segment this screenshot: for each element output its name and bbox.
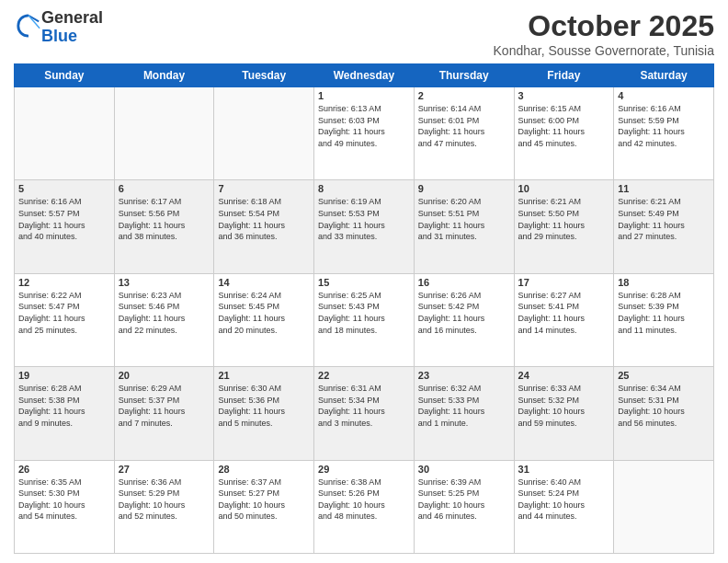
day-number: 24 <box>518 370 610 381</box>
month-title: October 2025 <box>494 9 714 43</box>
day-number: 17 <box>518 277 610 288</box>
day-info: Sunrise: 6:19 AM Sunset: 5:53 PM Dayligh… <box>318 196 410 242</box>
calendar-week-4: 19Sunrise: 6:28 AM Sunset: 5:38 PM Dayli… <box>15 367 714 460</box>
day-number: 30 <box>418 464 510 475</box>
day-number: 25 <box>618 370 710 381</box>
day-number: 15 <box>318 277 410 288</box>
day-info: Sunrise: 6:26 AM Sunset: 5:42 PM Dayligh… <box>418 290 510 336</box>
calendar-day: 11Sunrise: 6:21 AM Sunset: 5:49 PM Dayli… <box>614 180 714 273</box>
day-number: 6 <box>119 183 210 194</box>
day-info: Sunrise: 6:22 AM Sunset: 5:47 PM Dayligh… <box>18 290 110 336</box>
calendar-day: 7Sunrise: 6:18 AM Sunset: 5:54 PM Daylig… <box>214 180 314 273</box>
day-info: Sunrise: 6:38 AM Sunset: 5:26 PM Dayligh… <box>318 477 410 523</box>
day-number: 20 <box>119 370 210 381</box>
day-info: Sunrise: 6:23 AM Sunset: 5:46 PM Dayligh… <box>119 290 210 336</box>
calendar-day: 10Sunrise: 6:21 AM Sunset: 5:50 PM Dayli… <box>514 180 614 273</box>
day-number: 28 <box>218 464 310 475</box>
calendar-day: 6Sunrise: 6:17 AM Sunset: 5:56 PM Daylig… <box>114 180 214 273</box>
calendar-day: 28Sunrise: 6:37 AM Sunset: 5:27 PM Dayli… <box>214 460 314 553</box>
day-number: 22 <box>318 370 410 381</box>
day-number: 19 <box>18 370 110 381</box>
day-number: 3 <box>518 90 610 101</box>
day-header-sunday: Sunday <box>15 64 115 87</box>
calendar-day: 22Sunrise: 6:31 AM Sunset: 5:34 PM Dayli… <box>314 367 415 460</box>
calendar-day <box>614 460 714 553</box>
calendar-day: 14Sunrise: 6:24 AM Sunset: 5:45 PM Dayli… <box>214 273 314 366</box>
calendar-table: SundayMondayTuesdayWednesdayThursdayFrid… <box>14 63 714 554</box>
calendar-day: 4Sunrise: 6:16 AM Sunset: 5:59 PM Daylig… <box>614 87 714 180</box>
day-info: Sunrise: 6:24 AM Sunset: 5:45 PM Dayligh… <box>218 290 310 336</box>
day-info: Sunrise: 6:21 AM Sunset: 5:50 PM Dayligh… <box>518 196 610 242</box>
day-number: 4 <box>618 90 710 101</box>
day-number: 18 <box>618 277 710 288</box>
calendar-page: General Blue October 2025 Kondhar, Souss… <box>0 0 728 563</box>
day-info: Sunrise: 6:27 AM Sunset: 5:41 PM Dayligh… <box>518 290 610 336</box>
day-info: Sunrise: 6:29 AM Sunset: 5:37 PM Dayligh… <box>119 383 210 429</box>
calendar-day: 5Sunrise: 6:16 AM Sunset: 5:57 PM Daylig… <box>15 180 115 273</box>
calendar-day: 17Sunrise: 6:27 AM Sunset: 5:41 PM Dayli… <box>514 273 614 366</box>
calendar-day: 19Sunrise: 6:28 AM Sunset: 5:38 PM Dayli… <box>15 367 115 460</box>
day-number: 23 <box>418 370 510 381</box>
day-info: Sunrise: 6:28 AM Sunset: 5:38 PM Dayligh… <box>18 383 110 429</box>
day-info: Sunrise: 6:20 AM Sunset: 5:51 PM Dayligh… <box>418 196 510 242</box>
day-number: 21 <box>218 370 310 381</box>
logo-icon <box>16 13 41 39</box>
day-info: Sunrise: 6:17 AM Sunset: 5:56 PM Dayligh… <box>119 196 210 242</box>
logo: General Blue <box>14 9 103 46</box>
day-number: 10 <box>518 183 610 194</box>
day-header-friday: Friday <box>514 64 614 87</box>
day-number: 14 <box>218 277 310 288</box>
day-info: Sunrise: 6:40 AM Sunset: 5:24 PM Dayligh… <box>518 477 610 523</box>
day-info: Sunrise: 6:33 AM Sunset: 5:32 PM Dayligh… <box>518 383 610 429</box>
day-header-monday: Monday <box>114 64 214 87</box>
day-info: Sunrise: 6:14 AM Sunset: 6:01 PM Dayligh… <box>418 103 510 149</box>
logo-general-text: General <box>41 8 103 27</box>
calendar-day: 18Sunrise: 6:28 AM Sunset: 5:39 PM Dayli… <box>614 273 714 366</box>
day-number: 12 <box>18 277 110 288</box>
day-info: Sunrise: 6:18 AM Sunset: 5:54 PM Dayligh… <box>218 196 310 242</box>
day-number: 1 <box>318 90 410 101</box>
day-info: Sunrise: 6:34 AM Sunset: 5:31 PM Dayligh… <box>618 383 710 429</box>
day-number: 7 <box>218 183 310 194</box>
day-info: Sunrise: 6:39 AM Sunset: 5:25 PM Dayligh… <box>418 477 510 523</box>
calendar-day: 21Sunrise: 6:30 AM Sunset: 5:36 PM Dayli… <box>214 367 314 460</box>
day-info: Sunrise: 6:15 AM Sunset: 6:00 PM Dayligh… <box>518 103 610 149</box>
calendar-day: 23Sunrise: 6:32 AM Sunset: 5:33 PM Dayli… <box>414 367 514 460</box>
calendar-week-1: 1Sunrise: 6:13 AM Sunset: 6:03 PM Daylig… <box>15 87 714 180</box>
day-number: 2 <box>418 90 510 101</box>
calendar-day <box>214 87 314 180</box>
calendar-day: 1Sunrise: 6:13 AM Sunset: 6:03 PM Daylig… <box>314 87 415 180</box>
day-info: Sunrise: 6:28 AM Sunset: 5:39 PM Dayligh… <box>618 290 710 336</box>
calendar-day: 13Sunrise: 6:23 AM Sunset: 5:46 PM Dayli… <box>114 273 214 366</box>
calendar-day: 15Sunrise: 6:25 AM Sunset: 5:43 PM Dayli… <box>314 273 415 366</box>
day-info: Sunrise: 6:16 AM Sunset: 5:57 PM Dayligh… <box>18 196 110 242</box>
calendar-day: 31Sunrise: 6:40 AM Sunset: 5:24 PM Dayli… <box>514 460 614 553</box>
header: General Blue October 2025 Kondhar, Souss… <box>14 9 714 58</box>
day-info: Sunrise: 6:25 AM Sunset: 5:43 PM Dayligh… <box>318 290 410 336</box>
day-info: Sunrise: 6:31 AM Sunset: 5:34 PM Dayligh… <box>318 383 410 429</box>
day-info: Sunrise: 6:37 AM Sunset: 5:27 PM Dayligh… <box>218 477 310 523</box>
calendar-day <box>15 87 115 180</box>
day-number: 31 <box>518 464 610 475</box>
day-number: 11 <box>618 183 710 194</box>
day-info: Sunrise: 6:16 AM Sunset: 5:59 PM Dayligh… <box>618 103 710 149</box>
calendar-day: 29Sunrise: 6:38 AM Sunset: 5:26 PM Dayli… <box>314 460 415 553</box>
calendar-day: 24Sunrise: 6:33 AM Sunset: 5:32 PM Dayli… <box>514 367 614 460</box>
calendar-day: 26Sunrise: 6:35 AM Sunset: 5:30 PM Dayli… <box>15 460 115 553</box>
calendar-week-5: 26Sunrise: 6:35 AM Sunset: 5:30 PM Dayli… <box>15 460 714 553</box>
day-info: Sunrise: 6:36 AM Sunset: 5:29 PM Dayligh… <box>119 477 210 523</box>
calendar-day: 30Sunrise: 6:39 AM Sunset: 5:25 PM Dayli… <box>414 460 514 553</box>
day-number: 9 <box>418 183 510 194</box>
calendar-day: 16Sunrise: 6:26 AM Sunset: 5:42 PM Dayli… <box>414 273 514 366</box>
calendar-day: 25Sunrise: 6:34 AM Sunset: 5:31 PM Dayli… <box>614 367 714 460</box>
calendar-week-2: 5Sunrise: 6:16 AM Sunset: 5:57 PM Daylig… <box>15 180 714 273</box>
calendar-day: 27Sunrise: 6:36 AM Sunset: 5:29 PM Dayli… <box>114 460 214 553</box>
calendar-header-row: SundayMondayTuesdayWednesdayThursdayFrid… <box>15 64 714 87</box>
day-info: Sunrise: 6:35 AM Sunset: 5:30 PM Dayligh… <box>18 477 110 523</box>
day-info: Sunrise: 6:30 AM Sunset: 5:36 PM Dayligh… <box>218 383 310 429</box>
day-number: 29 <box>318 464 410 475</box>
day-info: Sunrise: 6:32 AM Sunset: 5:33 PM Dayligh… <box>418 383 510 429</box>
day-number: 13 <box>119 277 210 288</box>
calendar-day <box>114 87 214 180</box>
calendar-week-3: 12Sunrise: 6:22 AM Sunset: 5:47 PM Dayli… <box>15 273 714 366</box>
